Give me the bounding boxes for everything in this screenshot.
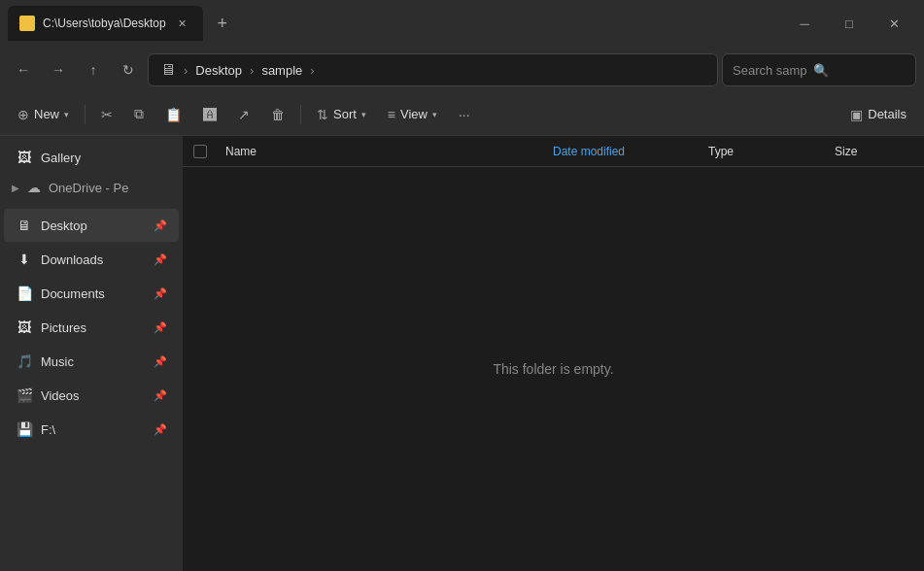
col-type-label: Type [708,145,734,158]
details-label: Details [868,107,907,121]
col-size-header[interactable]: Size [827,145,924,158]
close-button[interactable]: ✕ [872,8,916,39]
search-bar[interactable]: Search samp 🔍 [722,53,916,86]
sidebar-item-music[interactable]: 🎵 Music 📌 [4,345,179,378]
new-label: New [34,107,59,121]
breadcrumb-sep-1: › [184,63,188,78]
monitor-icon: 🖥 [160,61,176,79]
search-icon: 🔍 [813,63,829,78]
downloads-icon: ⬇ [16,251,33,268]
sidebar-gallery-label: Gallery [41,151,167,165]
col-type-header[interactable]: Type [701,145,827,158]
sidebar: 🖼 Gallery ▶ ☁ OneDrive - Pe 🖥 Desktop 📌 … [0,136,183,571]
empty-message: This folder is empty. [493,361,613,377]
col-size-label: Size [835,145,857,158]
breadcrumb-sample[interactable]: sample [261,63,302,78]
maximize-button[interactable]: □ [827,8,872,39]
rename-button[interactable]: 🅰 [193,99,226,130]
onedrive-icon: ☁ [25,179,43,196]
sort-label: Sort [333,107,357,121]
gallery-icon: 🖼 [16,149,33,166]
new-chevron-icon: ▾ [64,110,69,119]
toolbar-sep-2 [300,105,301,124]
col-date-header[interactable]: Date modified [545,145,701,158]
tab-title: C:\Users\tobya\Desktop [43,17,166,30]
music-pin-icon: 📌 [154,355,167,368]
col-name-label: Name [225,145,257,158]
view-icon: ≡ [388,107,395,122]
fdrive-icon: 💾 [16,420,33,438]
tab-close-button[interactable]: ✕ [174,15,191,32]
pictures-icon: 🖼 [16,319,33,336]
toolbar-sep-1 [85,105,86,124]
share-button[interactable]: ↗ [228,99,259,130]
downloads-pin-icon: 📌 [154,253,167,266]
title-bar: C:\Users\tobya\Desktop ✕ + ─ □ ✕ [0,0,924,47]
desktop-icon: 🖥 [16,217,33,234]
sidebar-item-onedrive[interactable]: ▶ ☁ OneDrive - Pe [0,175,183,200]
documents-icon: 📄 [16,285,33,302]
sidebar-item-documents[interactable]: 📄 Documents 📌 [4,277,179,310]
refresh-button[interactable]: ↻ [113,54,144,85]
paste-icon: 📋 [165,107,182,122]
sidebar-item-desktop[interactable]: 🖥 Desktop 📌 [4,209,179,242]
sidebar-spacer [0,200,183,208]
sidebar-fdrive-label: F:\ [41,422,146,437]
details-button[interactable]: ▣ Details [840,99,916,130]
more-button[interactable]: ··· [449,99,480,130]
view-button[interactable]: ≡ View ▾ [378,99,447,130]
col-name-header[interactable]: Name [218,145,545,158]
copy-button[interactable]: ⧉ [124,99,154,130]
file-list-content: This folder is empty. [183,167,924,571]
sidebar-item-fdrive[interactable]: 💾 F:\ 📌 [4,413,179,446]
sidebar-item-gallery[interactable]: 🖼 Gallery [4,141,179,174]
cut-button[interactable]: ✂ [91,99,122,130]
sidebar-item-pictures[interactable]: 🖼 Pictures 📌 [4,311,179,344]
sidebar-documents-label: Documents [41,286,146,301]
fdrive-pin-icon: 📌 [154,423,167,436]
copy-icon: ⧉ [134,106,144,122]
new-icon: ⊕ [17,107,29,122]
sidebar-videos-label: Videos [41,388,146,403]
sidebar-item-downloads[interactable]: ⬇ Downloads 📌 [4,243,179,276]
tab-folder-icon [19,16,35,31]
sort-chevron-icon: ▾ [361,110,366,119]
sidebar-pictures-label: Pictures [41,320,146,335]
main-content: 🖼 Gallery ▶ ☁ OneDrive - Pe 🖥 Desktop 📌 … [0,136,924,571]
pictures-pin-icon: 📌 [154,321,167,334]
col-date-label: Date modified [553,145,625,158]
sort-button[interactable]: ⇅ Sort ▾ [307,99,376,130]
new-button[interactable]: ⊕ New ▾ [8,99,79,130]
breadcrumb-desktop[interactable]: Desktop [195,63,242,78]
search-placeholder: Search samp [733,63,807,78]
forward-button[interactable]: → [43,54,74,85]
column-header: Name Date modified Type Size [183,136,924,167]
file-area: Name Date modified Type Size This folder… [183,136,924,571]
breadcrumb-sep-2: › [250,63,254,78]
up-button[interactable]: ↑ [78,54,109,85]
videos-icon: 🎬 [16,386,33,404]
tab[interactable]: C:\Users\tobya\Desktop ✕ [8,6,203,41]
sidebar-onedrive-label: OneDrive - Pe [49,181,171,195]
sort-icon: ⇅ [317,107,328,122]
new-tab-button[interactable]: + [207,8,238,39]
window-controls: ─ □ ✕ [782,8,916,39]
toolbar: ⊕ New ▾ ✂ ⧉ 📋 🅰 ↗ 🗑 ⇅ Sort ▾ ≡ View ▾ ··… [0,93,924,136]
paste-button[interactable]: 📋 [155,99,191,130]
nav-bar: ← → ↑ ↻ 🖥 › Desktop › sample › Search sa… [0,47,924,93]
delete-icon: 🗑 [271,107,285,122]
back-button[interactable]: ← [8,54,39,85]
view-label: View [400,107,428,121]
sidebar-item-videos[interactable]: 🎬 Videos 📌 [4,379,179,412]
videos-pin-icon: 📌 [154,389,167,402]
minimize-button[interactable]: ─ [782,8,827,39]
select-all-checkbox[interactable] [193,145,207,158]
sidebar-desktop-label: Desktop [41,218,146,233]
details-icon: ▣ [850,107,863,122]
address-bar[interactable]: 🖥 › Desktop › sample › [148,53,718,86]
share-icon: ↗ [238,107,250,122]
col-check [183,145,218,158]
delete-button[interactable]: 🗑 [261,99,294,130]
breadcrumb-sep-3: › [310,63,314,78]
toolbar-right: ▣ Details [840,99,916,130]
